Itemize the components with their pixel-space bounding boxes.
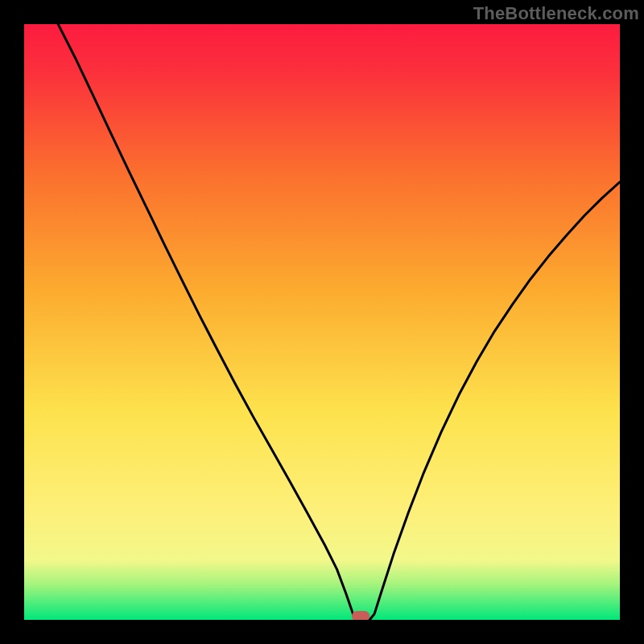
watermark-text: TheBottleneck.com: [473, 3, 639, 24]
gradient-background: [24, 24, 620, 620]
bottleneck-chart: [24, 24, 620, 620]
plot-area: [24, 24, 620, 620]
minimum-marker: [352, 611, 369, 620]
chart-frame: TheBottleneck.com: [0, 0, 644, 644]
